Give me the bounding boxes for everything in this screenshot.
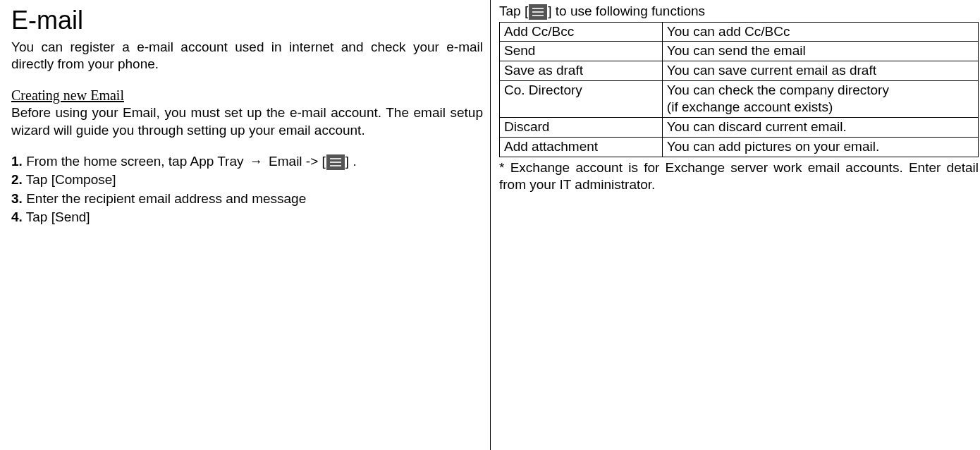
function-name: Add attachment <box>500 137 663 157</box>
function-name: Save as draft <box>500 61 663 81</box>
step-text: Email -> [ <box>265 154 326 169</box>
tap-instruction: Tap [] to use following functions <box>499 3 979 20</box>
step-number: 4. <box>11 209 23 224</box>
tap-text-after: ] to use following functions <box>548 4 705 18</box>
step-text: Tap [Compose] <box>23 172 116 187</box>
table-row: Add attachmentYou can add pictures on yo… <box>500 137 979 157</box>
section-description: Before using your Email, you must set up… <box>11 104 483 139</box>
step-1: 1. From the home screen, tap App Tray → … <box>11 152 483 171</box>
menu-icon <box>529 4 547 20</box>
step-number: 1. <box>11 154 23 169</box>
menu-icon <box>326 154 345 170</box>
table-row: Add Cc/BccYou can add Cc/BCc <box>500 22 979 42</box>
tap-text-before: Tap [ <box>499 4 528 18</box>
table-row: SendYou can send the email <box>500 42 979 61</box>
step-4: 4. Tap [Send] <box>11 208 483 226</box>
function-description: You can save current email as draft <box>662 61 978 81</box>
functions-table: Add Cc/BccYou can add Cc/BCcSendYou can … <box>499 22 979 157</box>
function-name: Discard <box>500 118 663 138</box>
step-3: 3. Enter the recipient email address and… <box>11 190 483 208</box>
step-number: 2. <box>11 172 23 187</box>
function-description: You can send the email <box>662 42 978 61</box>
function-description: You can check the company directory (if … <box>662 80 978 117</box>
steps-list: 1. From the home screen, tap App Tray → … <box>11 152 483 227</box>
left-column: E-mail You can register a e-mail account… <box>0 0 490 450</box>
step-text: Tap [Send] <box>23 209 90 224</box>
function-name: Co. Directory <box>500 80 663 117</box>
function-description: You can add pictures on your email. <box>662 137 978 157</box>
arrow-right: → <box>250 154 263 169</box>
right-column: Tap [] to use following functions Add Cc… <box>490 0 980 450</box>
step-text: Enter the recipient email address and me… <box>23 191 306 206</box>
page-title: E-mail <box>11 4 483 37</box>
step-text: ] . <box>345 154 357 169</box>
step-2: 2. Tap [Compose] <box>11 171 483 189</box>
function-description: You can discard current email. <box>662 118 978 138</box>
section-heading: Creating new Email <box>11 86 483 104</box>
footnote-text: * Exchange account is for Exchange serve… <box>499 159 979 194</box>
table-row: DiscardYou can discard current email. <box>500 118 979 138</box>
table-row: Save as draftYou can save current email … <box>500 61 979 81</box>
function-description: You can add Cc/BCc <box>662 22 978 42</box>
table-row: Co. DirectoryYou can check the company d… <box>500 80 979 117</box>
function-name: Add Cc/Bcc <box>500 22 663 42</box>
function-name: Send <box>500 42 663 61</box>
step-text: From the home screen, tap App Tray <box>23 154 247 169</box>
intro-text: You can register a e-mail account used i… <box>11 39 483 73</box>
step-number: 3. <box>11 191 23 206</box>
